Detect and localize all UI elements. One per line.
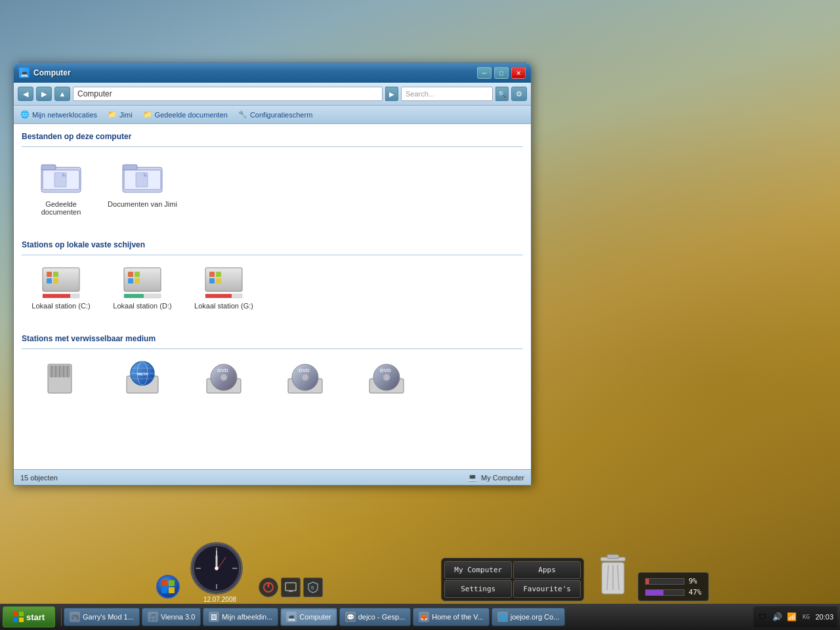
apps-panel-button[interactable]: Apps xyxy=(513,561,581,579)
maximize-button[interactable]: □ xyxy=(494,67,509,79)
svg-point-47 xyxy=(220,374,227,381)
close-button[interactable]: ✕ xyxy=(511,67,526,79)
fav-item-shared[interactable]: 📁 Gedeelde documenten xyxy=(143,110,228,119)
taskbar-item-joejoe[interactable]: 🌐 joejoe.org Co... xyxy=(492,608,566,626)
svg-rect-72 xyxy=(285,583,296,591)
taskbar-item-images[interactable]: 🖼 Mijn afbeeldin... xyxy=(203,608,278,626)
taskbar-item-vienna[interactable]: 🎵 Vienna 3.0 xyxy=(142,608,201,626)
svg-text:DVD: DVD xyxy=(217,368,228,373)
taskbar-label: Garry's Mod 1... xyxy=(83,613,134,621)
address-bar[interactable]: Computer xyxy=(73,87,383,101)
fav-item-control-panel[interactable]: 🔧 Configuratiescherm xyxy=(238,110,312,119)
list-item[interactable] xyxy=(22,352,100,408)
search-button[interactable]: 🔍 xyxy=(495,87,509,101)
taskbar-label: joejoe.org Co... xyxy=(511,613,560,621)
file-label: Documenten van Jimi xyxy=(108,200,177,208)
minimize-button[interactable]: ─ xyxy=(477,67,492,79)
windows-orb[interactable] xyxy=(156,575,180,598)
windows-logo[interactable] xyxy=(156,575,180,598)
tray-icon-2[interactable]: 🔊 xyxy=(772,612,782,622)
network-icon: 🌐 xyxy=(20,110,30,119)
fav-label-shared: Gedeelde documenten xyxy=(155,111,228,119)
list-item[interactable]: DVD xyxy=(184,352,263,408)
computer-icon-small: 💻 xyxy=(468,473,477,482)
list-item[interactable]: Gedeelde documenten xyxy=(22,150,100,222)
svg-rect-3 xyxy=(54,173,66,187)
clock-time: 20:03 xyxy=(815,613,833,621)
status-bar: 15 objecten 💻 My Computer xyxy=(14,469,531,485)
status-right: 💻 My Computer xyxy=(468,473,524,482)
svg-rect-8 xyxy=(136,173,148,187)
window-title: Computer xyxy=(33,68,477,77)
fav-label-jimi: Jimi xyxy=(119,111,133,119)
favorites-bar: 🌐 Mijn netwerklocaties 📁 Jimi 📁 Gedeelde… xyxy=(14,106,531,124)
favourites-panel-button[interactable]: Favourite's xyxy=(513,580,581,598)
list-item[interactable]: Lokaal station (C:) xyxy=(22,258,100,316)
address-go-button[interactable]: ▶ xyxy=(385,87,398,101)
svg-rect-69 xyxy=(169,587,175,593)
tray-panel: 9% 47% xyxy=(593,549,709,601)
search-bar[interactable]: Search... xyxy=(401,87,493,101)
taskbar: start 🎮 Garry's Mod 1... 🎵 Vienna 3.0 🖼 … xyxy=(0,604,840,630)
system-tray: 🛡 🔊 📶 KG 20:03 xyxy=(753,606,837,627)
window-toolbar: ◀ ▶ ▲ Computer ▶ Search... 🔍 ⚙ xyxy=(14,83,531,106)
display-button[interactable] xyxy=(281,578,301,597)
tray-icon-language[interactable]: KG xyxy=(801,612,811,622)
security-button[interactable]: S xyxy=(303,578,323,597)
computer-icon: 💻 xyxy=(286,612,297,622)
list-item[interactable]: DVD xyxy=(347,352,426,408)
fav-item-jimi[interactable]: 📁 Jimi xyxy=(108,110,133,119)
section-removable: Stations met verwisselbaar medium xyxy=(14,326,531,419)
section-files-header: Bestanden op deze computer xyxy=(22,129,523,141)
list-item[interactable]: META xyxy=(103,352,182,408)
list-item[interactable]: Documenten van Jimi xyxy=(103,150,182,222)
recycle-bin-icon[interactable] xyxy=(593,549,633,601)
taskbar-item-computer[interactable]: 💻 Computer xyxy=(280,608,337,626)
folder-icon xyxy=(40,156,82,198)
svg-rect-1 xyxy=(41,165,56,170)
drive-label: Lokaal station (C:) xyxy=(32,302,90,310)
svg-point-65 xyxy=(215,566,219,570)
taskbar-item-garrys-mod[interactable]: 🎮 Garry's Mod 1... xyxy=(64,608,140,626)
svg-rect-14 xyxy=(53,278,58,284)
window-content: Bestanden op deze computer xyxy=(14,124,531,469)
status-computer-label: My Computer xyxy=(481,474,524,482)
taskbar-item-dejco[interactable]: 💬 dejco - Gesp... xyxy=(339,608,411,626)
forward-button[interactable]: ▶ xyxy=(36,87,52,101)
list-item[interactable]: Lokaal station (D:) xyxy=(103,258,182,316)
list-item[interactable]: Lokaal station (G:) xyxy=(184,258,263,316)
up-button[interactable]: ▲ xyxy=(54,87,70,101)
file-label: Gedeelde documenten xyxy=(25,200,97,216)
svg-rect-26 xyxy=(216,272,221,277)
taskbar-label: Mijn afbeeldin... xyxy=(222,613,272,621)
firefox-icon: 🦊 xyxy=(419,612,429,622)
svg-rect-28 xyxy=(216,278,221,284)
svg-text:S: S xyxy=(311,585,315,591)
svg-rect-12 xyxy=(53,272,58,277)
taskbar-label: Computer xyxy=(299,613,331,621)
dock-panel: My Computer Apps Settings Favourite's xyxy=(441,558,584,601)
window-app-icon: 💻 xyxy=(19,68,30,78)
svg-text:META: META xyxy=(137,372,148,376)
folder-options-button[interactable]: ⚙ xyxy=(511,87,527,101)
power-button[interactable] xyxy=(259,578,278,597)
dvd-drive-icon-3: DVD xyxy=(366,358,408,400)
tray-icon-1[interactable]: 🛡 xyxy=(757,612,768,622)
start-button[interactable]: start xyxy=(3,606,55,627)
taskbar-item-firefox[interactable]: 🦊 Home of the V... xyxy=(413,608,489,626)
start-label: start xyxy=(26,612,45,622)
list-item[interactable]: DVD xyxy=(266,352,345,408)
settings-panel-button[interactable]: Settings xyxy=(444,580,512,598)
back-button[interactable]: ◀ xyxy=(18,87,33,101)
chat-icon: 💬 xyxy=(345,612,356,622)
battery-bar-1 xyxy=(645,578,684,585)
web-icon: 🌐 xyxy=(497,612,508,622)
svg-rect-20 xyxy=(128,278,133,284)
my-computer-panel-button[interactable]: My Computer xyxy=(444,561,512,579)
tray-icon-3[interactable]: 📶 xyxy=(786,612,797,622)
fav-item-network[interactable]: 🌐 Mijn netwerklocaties xyxy=(20,110,97,119)
section-files: Bestanden op deze computer xyxy=(14,124,531,232)
drive-label: Lokaal station (G:) xyxy=(194,302,253,310)
removable-items-row: META xyxy=(22,349,523,416)
svg-rect-85 xyxy=(19,618,24,622)
